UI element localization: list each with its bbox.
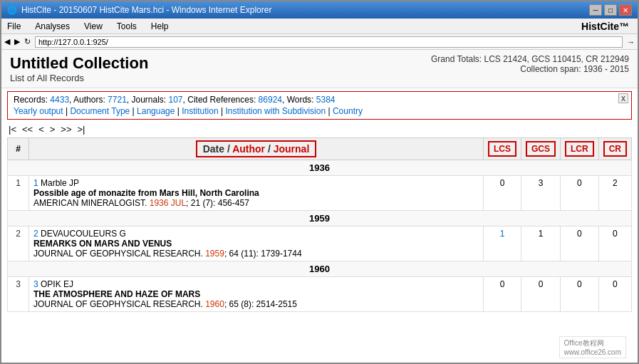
record-journal-rest: ; 64 (11): 1739-1744 (224, 249, 302, 259)
record-content: 2 DEVAUCOULEURS GREMARKS ON MARS AND VEN… (29, 227, 484, 261)
authors-link[interactable]: 7721 (108, 95, 127, 105)
records-link[interactable]: 4433 (50, 95, 69, 105)
col-header-date-author-journal: Date / Author / Journal (29, 138, 484, 160)
record-lcr: 0 (560, 277, 598, 312)
col-header-hash: # (8, 138, 29, 160)
authors-label: Authors: (73, 95, 108, 105)
record-gcs: 3 (521, 176, 560, 211)
record-lcr: 0 (560, 176, 598, 211)
lcs-label: LCS (488, 141, 516, 157)
menu-tools[interactable]: Tools (114, 21, 140, 32)
nav-prev-many[interactable]: << (21, 124, 34, 135)
record-number: 1 (8, 176, 29, 211)
record-title: Possible age of monazite from Mars Hill,… (33, 188, 479, 198)
yearly-output-link[interactable]: Yearly output (14, 106, 63, 116)
menu-file[interactable]: File (4, 21, 24, 32)
menu-view[interactable]: View (81, 21, 105, 32)
lcr-label: LCR (565, 141, 594, 157)
institution-subdivision-link[interactable]: Institution with Subdivision (225, 106, 326, 116)
comma4: , (282, 95, 287, 105)
record-id-link[interactable]: 2 (33, 229, 41, 239)
record-journal: AMERICAN MINERALOGIST. 1936 JUL; 21 (7):… (33, 198, 479, 208)
journals-link[interactable]: 107 (169, 95, 183, 105)
record-cr: 0 (598, 277, 631, 312)
year-row: 1960 (8, 261, 632, 277)
record-lcs[interactable]: 1 (483, 227, 521, 261)
info-bar-close[interactable]: x (618, 93, 628, 103)
cr-label: CR (603, 141, 627, 157)
title-bar-controls: ─ □ ✕ (589, 4, 632, 16)
nav-prev[interactable]: < (37, 124, 46, 135)
forward-icon[interactable]: ▶ (14, 37, 20, 46)
document-type-link[interactable]: Document Type (70, 106, 130, 116)
app-header: Untitled Collection List of All Records … (1, 50, 638, 88)
watermark: Office教程网 www.office26.com (559, 336, 626, 358)
record-author: Marble JP (41, 178, 79, 188)
info-bar: Records: 4433, Authors: 7721, Journals: … (7, 91, 632, 120)
year-row: 1936 (8, 160, 632, 176)
records-label: Records: (14, 95, 50, 105)
cited-label: Cited References: (187, 95, 258, 105)
list-label: List of All Records (10, 73, 148, 83)
header-left: Untitled Collection List of All Records (10, 54, 148, 83)
record-lcs: 0 (483, 277, 521, 312)
watermark-line2: www.office26.com (564, 348, 621, 356)
nav-next-many[interactable]: >> (59, 124, 73, 135)
record-author: OPIK EJ (41, 279, 73, 289)
record-cr: 2 (598, 176, 631, 211)
table-row: 22 DEVAUCOULEURS GREMARKS ON MARS AND VE… (8, 227, 632, 261)
record-journal-rest: ; 21 (7): 456-457 (186, 198, 249, 208)
refresh-icon[interactable]: ↻ (24, 37, 31, 46)
gcs-label: GCS (526, 141, 556, 157)
date-author-journal-label: Date / Author / Journal (196, 140, 317, 157)
close-button[interactable]: ✕ (619, 4, 632, 16)
record-id-link[interactable]: 3 (33, 279, 41, 289)
col-header-lcr: LCR (560, 138, 598, 160)
table-row: 33 OPIK EJTHE ATMOSPHERE AND HAZE OF MAR… (8, 277, 632, 312)
nav-bar: |< << < > >> >| (1, 123, 638, 137)
institution-link[interactable]: Institution (182, 106, 218, 116)
header-right: Grand Totals: LCS 21424, GCS 110415, CR … (431, 54, 629, 74)
collection-title: Untitled Collection (10, 54, 148, 73)
cited-link[interactable]: 86924 (259, 95, 282, 105)
watermark-line1: Office教程网 (564, 338, 621, 348)
record-cr: 0 (598, 227, 631, 261)
minimize-button[interactable]: ─ (589, 4, 602, 16)
year-row: 1959 (8, 211, 632, 227)
record-journal-rest: ; 65 (8): 2514-2515 (224, 299, 297, 309)
title-bar: 🌐 HistCite - 20150607 HistCite Mars.hci … (1, 1, 638, 19)
back-icon[interactable]: ◀ (4, 37, 10, 46)
record-journal: JOURNAL OF GEOPHYSICAL RESEARCH. 1960; 6… (33, 299, 479, 309)
collection-span: Collection span: 1936 - 2015 (431, 64, 629, 74)
nav-first[interactable]: |< (7, 124, 18, 135)
col-header-lcs: LCS (483, 138, 521, 160)
browser-icon: 🌐 (7, 6, 17, 15)
table-row: 11 Marble JPPossible age of monazite fro… (8, 176, 632, 211)
words-link[interactable]: 5384 (316, 95, 336, 105)
record-gcs: 0 (521, 277, 560, 312)
info-links-line: Yearly output | Document Type | Language… (14, 106, 625, 116)
menu-analyses[interactable]: Analyses (32, 21, 73, 32)
menu-items: File Analyses View Tools Help (4, 21, 172, 32)
language-link[interactable]: Language (137, 106, 175, 116)
address-input[interactable] (35, 36, 623, 48)
record-date: 1959 (205, 249, 224, 259)
record-title: THE ATMOSPHERE AND HAZE OF MARS (33, 289, 479, 299)
record-title: REMARKS ON MARS AND VENUS (33, 239, 479, 249)
country-link[interactable]: Country (333, 106, 363, 116)
maximize-button[interactable]: □ (604, 4, 617, 16)
record-content: 3 OPIK EJTHE ATMOSPHERE AND HAZE OF MARS… (29, 277, 484, 312)
nav-next[interactable]: > (48, 124, 57, 135)
menu-bar: File Analyses View Tools Help HistCite™ (1, 19, 638, 34)
record-date: 1960 (205, 299, 224, 309)
go-icon[interactable]: → (627, 38, 635, 46)
col-header-cr: CR (598, 138, 631, 160)
record-content: 1 Marble JPPossible age of monazite from… (29, 176, 484, 211)
record-id-link[interactable]: 1 (33, 178, 41, 188)
record-number: 3 (8, 277, 29, 312)
menu-help[interactable]: Help (148, 21, 172, 32)
record-gcs: 1 (521, 227, 560, 261)
nav-last[interactable]: >| (76, 124, 87, 135)
record-author: DEVAUCOULEURS G (41, 229, 126, 239)
lcs-link[interactable]: 1 (500, 229, 505, 239)
